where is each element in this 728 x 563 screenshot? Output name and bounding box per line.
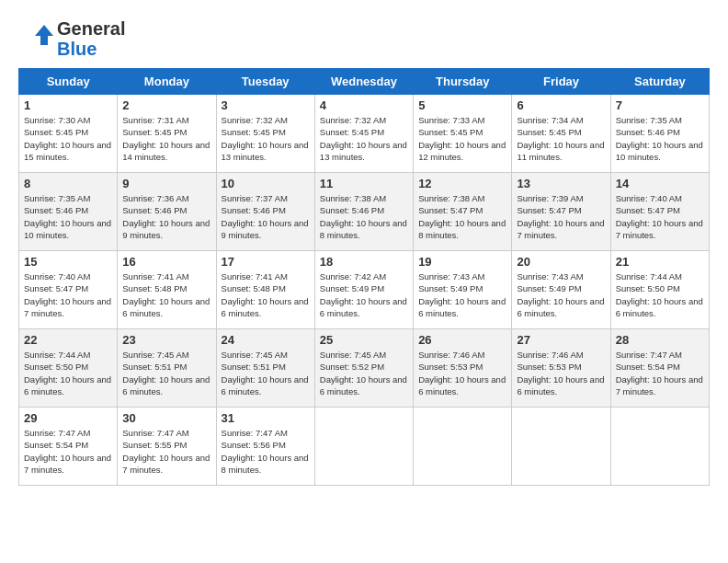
calendar-cell [414, 408, 512, 486]
calendar-cell: 1Sunrise: 7:30 AMSunset: 5:45 PMDaylight… [19, 95, 118, 173]
day-number: 24 [222, 333, 310, 347]
day-number: 6 [517, 98, 605, 112]
calendar-cell [610, 408, 709, 486]
calendar-cell: 15Sunrise: 7:40 AMSunset: 5:47 PMDayligh… [19, 251, 118, 329]
cell-info: Sunrise: 7:46 AMSunset: 5:53 PMDaylight:… [517, 349, 605, 397]
cell-info: Sunrise: 7:45 AMSunset: 5:52 PMDaylight:… [320, 349, 408, 397]
day-number: 28 [616, 333, 704, 347]
calendar-cell: 14Sunrise: 7:40 AMSunset: 5:47 PMDayligh… [610, 173, 709, 251]
cell-info: Sunrise: 7:41 AMSunset: 5:48 PMDaylight:… [122, 270, 210, 319]
calendar-row: 29Sunrise: 7:47 AMSunset: 5:54 PMDayligh… [19, 408, 710, 486]
weekday-header: Thursday [414, 69, 512, 95]
calendar-cell: 12Sunrise: 7:38 AMSunset: 5:47 PMDayligh… [414, 173, 512, 251]
day-number: 31 [222, 411, 310, 425]
day-number: 29 [24, 411, 112, 425]
cell-info: Sunrise: 7:43 AMSunset: 5:49 PMDaylight:… [418, 270, 506, 319]
day-number: 9 [122, 177, 210, 190]
calendar-cell [314, 408, 413, 486]
calendar-cell: 30Sunrise: 7:47 AMSunset: 5:55 PMDayligh… [118, 408, 216, 486]
cell-info: Sunrise: 7:47 AMSunset: 5:54 PMDaylight:… [24, 427, 112, 476]
cell-info: Sunrise: 7:44 AMSunset: 5:50 PMDaylight:… [616, 270, 704, 319]
calendar-row: 22Sunrise: 7:44 AMSunset: 5:50 PMDayligh… [19, 329, 710, 408]
day-number: 14 [616, 177, 704, 190]
day-number: 8 [24, 177, 112, 190]
calendar-cell: 27Sunrise: 7:46 AMSunset: 5:53 PMDayligh… [512, 329, 610, 408]
weekday-header: Sunday [19, 69, 118, 95]
day-number: 30 [122, 411, 210, 425]
cell-info: Sunrise: 7:45 AMSunset: 5:51 PMDaylight:… [222, 349, 310, 397]
cell-info: Sunrise: 7:38 AMSunset: 5:46 PMDaylight:… [320, 192, 408, 241]
cell-info: Sunrise: 7:36 AMSunset: 5:46 PMDaylight:… [122, 192, 210, 241]
cell-info: Sunrise: 7:39 AMSunset: 5:47 PMDaylight:… [517, 192, 605, 241]
calendar-cell: 3Sunrise: 7:32 AMSunset: 5:45 PMDaylight… [216, 95, 314, 173]
page-header: General Blue [18, 18, 710, 59]
logo-general: General [57, 18, 125, 39]
calendar-cell: 6Sunrise: 7:34 AMSunset: 5:45 PMDaylight… [512, 95, 610, 173]
cell-info: Sunrise: 7:35 AMSunset: 5:46 PMDaylight:… [24, 192, 112, 241]
weekday-header: Tuesday [216, 69, 314, 95]
calendar-cell: 18Sunrise: 7:42 AMSunset: 5:49 PMDayligh… [314, 251, 413, 329]
day-number: 11 [320, 177, 408, 190]
day-number: 4 [320, 98, 408, 112]
day-number: 3 [222, 98, 310, 112]
svg-rect-0 [18, 21, 53, 56]
logo-icon [18, 21, 53, 56]
cell-info: Sunrise: 7:45 AMSunset: 5:51 PMDaylight:… [122, 349, 210, 397]
day-number: 27 [517, 333, 605, 347]
cell-info: Sunrise: 7:30 AMSunset: 5:45 PMDaylight:… [24, 114, 112, 163]
calendar-table: SundayMondayTuesdayWednesdayThursdayFrid… [18, 68, 710, 486]
day-number: 13 [517, 177, 605, 190]
calendar-cell: 9Sunrise: 7:36 AMSunset: 5:46 PMDaylight… [118, 173, 216, 251]
cell-info: Sunrise: 7:40 AMSunset: 5:47 PMDaylight:… [616, 192, 704, 241]
calendar-cell: 8Sunrise: 7:35 AMSunset: 5:46 PMDaylight… [19, 173, 118, 251]
calendar-cell: 25Sunrise: 7:45 AMSunset: 5:52 PMDayligh… [314, 329, 413, 408]
cell-info: Sunrise: 7:46 AMSunset: 5:53 PMDaylight:… [418, 349, 506, 397]
cell-info: Sunrise: 7:32 AMSunset: 5:45 PMDaylight:… [320, 114, 408, 163]
cell-info: Sunrise: 7:35 AMSunset: 5:46 PMDaylight:… [616, 114, 704, 163]
day-number: 21 [616, 255, 704, 269]
day-number: 12 [418, 177, 506, 190]
cell-info: Sunrise: 7:44 AMSunset: 5:50 PMDaylight:… [24, 349, 112, 397]
cell-info: Sunrise: 7:38 AMSunset: 5:47 PMDaylight:… [418, 192, 506, 241]
weekday-header: Monday [118, 69, 216, 95]
cell-info: Sunrise: 7:37 AMSunset: 5:46 PMDaylight:… [222, 192, 310, 241]
day-number: 7 [616, 98, 704, 112]
weekday-header: Wednesday [314, 69, 413, 95]
day-number: 2 [122, 98, 210, 112]
calendar-cell: 26Sunrise: 7:46 AMSunset: 5:53 PMDayligh… [414, 329, 512, 408]
calendar-cell: 20Sunrise: 7:43 AMSunset: 5:49 PMDayligh… [512, 251, 610, 329]
logo: General Blue [18, 18, 125, 59]
calendar-cell: 7Sunrise: 7:35 AMSunset: 5:46 PMDaylight… [610, 95, 709, 173]
logo-blue: Blue [57, 39, 125, 59]
day-number: 15 [24, 255, 112, 269]
day-number: 26 [418, 333, 506, 347]
calendar-cell: 21Sunrise: 7:44 AMSunset: 5:50 PMDayligh… [610, 251, 709, 329]
calendar-cell: 31Sunrise: 7:47 AMSunset: 5:56 PMDayligh… [216, 408, 314, 486]
weekday-header-row: SundayMondayTuesdayWednesdayThursdayFrid… [19, 69, 710, 95]
calendar-row: 15Sunrise: 7:40 AMSunset: 5:47 PMDayligh… [19, 251, 710, 329]
day-number: 19 [418, 255, 506, 269]
day-number: 16 [122, 255, 210, 269]
day-number: 18 [320, 255, 408, 269]
day-number: 23 [122, 333, 210, 347]
day-number: 10 [222, 177, 310, 190]
cell-info: Sunrise: 7:42 AMSunset: 5:49 PMDaylight:… [320, 270, 408, 319]
cell-info: Sunrise: 7:40 AMSunset: 5:47 PMDaylight:… [24, 270, 112, 319]
calendar-cell: 2Sunrise: 7:31 AMSunset: 5:45 PMDaylight… [118, 95, 216, 173]
calendar-cell: 11Sunrise: 7:38 AMSunset: 5:46 PMDayligh… [314, 173, 413, 251]
day-number: 20 [517, 255, 605, 269]
cell-info: Sunrise: 7:34 AMSunset: 5:45 PMDaylight:… [517, 114, 605, 163]
calendar-cell: 22Sunrise: 7:44 AMSunset: 5:50 PMDayligh… [19, 329, 118, 408]
calendar-row: 8Sunrise: 7:35 AMSunset: 5:46 PMDaylight… [19, 173, 710, 251]
cell-info: Sunrise: 7:47 AMSunset: 5:56 PMDaylight:… [222, 427, 310, 476]
logo: General Blue [18, 18, 125, 59]
cell-info: Sunrise: 7:33 AMSunset: 5:45 PMDaylight:… [418, 114, 506, 163]
cell-info: Sunrise: 7:31 AMSunset: 5:45 PMDaylight:… [122, 114, 210, 163]
day-number: 25 [320, 333, 408, 347]
weekday-header: Saturday [610, 69, 709, 95]
weekday-header: Friday [512, 69, 610, 95]
calendar-cell: 16Sunrise: 7:41 AMSunset: 5:48 PMDayligh… [118, 251, 216, 329]
calendar-cell: 24Sunrise: 7:45 AMSunset: 5:51 PMDayligh… [216, 329, 314, 408]
calendar-cell: 13Sunrise: 7:39 AMSunset: 5:47 PMDayligh… [512, 173, 610, 251]
calendar-cell [512, 408, 610, 486]
